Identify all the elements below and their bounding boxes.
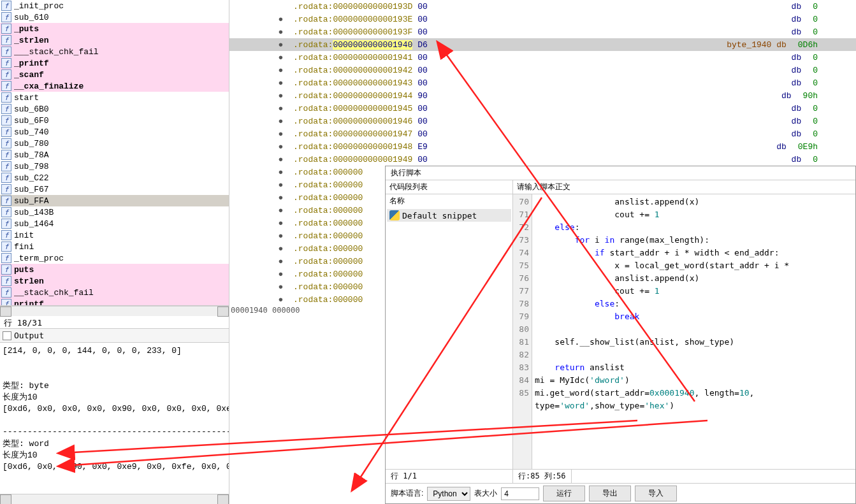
function-item[interactable]: ffini [0,241,229,252]
function-item[interactable]: f_scanf [0,69,229,80]
function-item[interactable]: f__stack_chk_fail [0,287,229,298]
run-button[interactable]: 运行 [543,486,585,501]
function-icon: f [1,104,11,114]
function-item[interactable]: fsub_6B0 [0,103,229,115]
disasm-line[interactable]: .rodata:000000000000193D00db0 [229,0,856,13]
function-item[interactable]: fsub_78A [0,149,229,161]
script-toolbar: 脚本语言: Python 表大小 运行 导出 导入 [386,483,855,503]
snippet-panel: 代码段列表 名称 Default snippet [386,180,513,469]
export-button[interactable]: 导出 [589,486,631,501]
function-icon: f [1,12,11,22]
script-panel: 执行脚本 代码段列表 名称 Default snippet 请输入脚本正文 70… [385,166,856,504]
language-select[interactable]: Python [427,487,470,501]
editor-panel: 请输入脚本正文 70717273747576777879808182838485… [513,180,855,469]
function-icon: f [1,184,11,194]
output-icon [3,331,11,340]
function-icon: f [1,241,11,252]
function-icon: f [1,115,11,126]
function-icon: f [1,264,11,275]
function-item[interactable]: finit [0,229,229,241]
function-item[interactable]: f___stack_chk_fail [0,46,229,57]
function-item[interactable]: fsub_798 [0,161,229,172]
function-item[interactable]: f_puts [0,23,229,34]
function-item[interactable]: fputs [0,264,229,275]
function-item[interactable]: fstart [0,92,229,103]
function-item[interactable]: fsub_740 [0,126,229,138]
function-icon: f [1,69,11,80]
function-item[interactable]: fstrlen [0,275,229,287]
code-area[interactable]: anslist.append(x) cout += 1 else: for i … [532,194,855,469]
function-icon: f [1,1,11,11]
line-gutter: 70717273747576777879808182838485 [513,194,532,469]
function-icon: f [1,127,11,137]
editor-header: 请输入脚本正文 [513,180,855,194]
function-list[interactable]: f_init_procfsub_610f_putsf_strlenf___sta… [0,0,229,306]
function-item[interactable]: fsub_F67 [0,184,229,195]
disasm-line[interactable]: ● .rodata:0000000000001948E9db0E9h [229,140,856,153]
disasm-line[interactable]: ● .rodata:000000000000194500db0 [229,102,856,115]
function-item[interactable]: fsub_143B [0,206,229,218]
function-icon: f [1,276,11,286]
python-icon [389,210,400,220]
disasm-line[interactable]: ● .rodata:000000000000194200db0 [229,64,856,76]
function-icon: f [1,287,11,298]
function-icon: f [1,196,11,206]
tabsize-input[interactable] [501,487,539,500]
disasm-line[interactable]: ● .rodata:000000000000193E00db0 [229,13,856,25]
function-icon: f [1,161,11,171]
code-editor[interactable]: 70717273747576777879808182838485 anslist… [513,194,855,469]
disasm-line[interactable]: ● .rodata:000000000000194300db0 [229,76,856,89]
function-icon: f [1,35,11,45]
function-item[interactable]: f_strlen [0,34,229,46]
function-icon: f [1,24,11,34]
output-header: Output [0,329,229,343]
disasm-line[interactable]: ● .rodata:000000000000193F00db0 [229,25,856,38]
function-item[interactable]: f_term_proc [0,252,229,264]
function-icon: f [1,81,11,91]
function-item[interactable]: fsub_610 [0,11,229,23]
function-icon: f [1,207,11,217]
function-item[interactable]: f__cxa_finalize [0,80,229,92]
function-icon: f [1,299,11,306]
function-icon: f [1,230,11,240]
disasm-line[interactable]: ● .rodata:000000000000194490db90h [229,89,856,102]
function-item[interactable]: fsub_6F0 [0,115,229,126]
disasm-line[interactable]: ● .rodata:000000000000194600db0 [229,115,856,127]
output-label: Output [14,331,44,340]
snippet-header: 代码段列表 [386,180,512,194]
disasm-line[interactable]: ● .rodata:000000000000194700db0 [229,127,856,140]
function-icon: f [1,150,11,160]
function-icon: f [1,47,11,57]
disasm-line[interactable]: ● .rodata:000000000000194100db0 [229,51,856,64]
import-button[interactable]: 导入 [635,486,677,501]
functions-panel: f_init_procfsub_610f_putsf_strlenf___sta… [0,0,229,504]
function-icon: f [1,58,11,68]
function-list-status: 行 18/31 [0,316,229,329]
function-icon: f [1,92,11,103]
function-item[interactable]: fsub_780 [0,138,229,149]
function-item[interactable]: fsub_1464 [0,218,229,229]
function-icon: f [1,138,11,148]
function-item[interactable]: f_init_proc [0,0,229,11]
function-item[interactable]: fnrintf [0,298,229,306]
function-icon: f [1,173,11,183]
snippet-column-name: 名称 [386,194,512,208]
output-body[interactable]: [214, 0, 0, 0, 144, 0, 0, 0, 233, 0] 类型:… [0,343,229,494]
function-item[interactable]: fsub_C22 [0,172,229,184]
function-icon: f [1,219,11,229]
scrollbar-horizontal[interactable] [0,494,229,504]
script-statusbar: 行 1/1 行:85 列:56 [386,469,855,483]
snippet-item[interactable]: Default snippet [387,209,511,222]
disasm-line[interactable]: ● .rodata:0000000000001940D6byte_1940 db… [229,38,856,51]
disasm-line[interactable]: ● .rodata:000000000000194900db0 [229,153,856,166]
script-title: 执行脚本 [386,166,855,180]
function-icon: f [1,253,11,263]
scrollbar-horizontal[interactable] [0,306,229,316]
function-item[interactable]: fsub_FFA [0,195,229,206]
function-item[interactable]: f_printf [0,57,229,69]
